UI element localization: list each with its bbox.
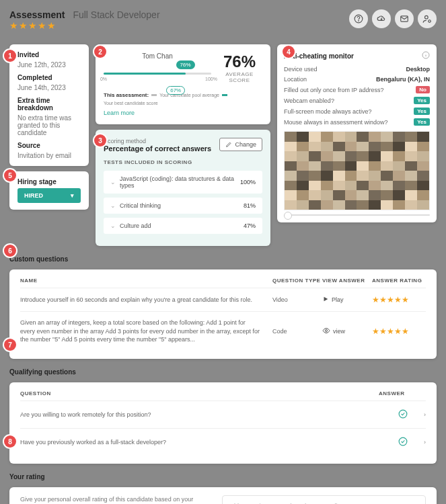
completed-value: June 14th, 2023: [17, 84, 81, 91]
extra-time-value: No extra time was granted to this candid…: [17, 114, 81, 136]
extra-time-label: Extra time breakdown: [17, 97, 81, 112]
average-score-value: 76%: [223, 52, 256, 71]
tests-heading: TESTS INCLUDED IN SCORING: [104, 159, 262, 165]
test-pct: 81%: [244, 202, 256, 209]
help-icon[interactable]: [349, 9, 368, 28]
callout-3: 3: [94, 134, 106, 146]
callout-4: 4: [283, 46, 295, 58]
page-title: Assessment Full Stack Developer: [9, 9, 160, 20]
custom-questions-heading: Custom questions: [9, 255, 437, 263]
test-name: JavaScript (coding): data structures & d…: [120, 175, 240, 189]
ac-label: Mouse always in assessment window?: [284, 119, 388, 126]
learn-more-link[interactable]: Learn more: [104, 110, 262, 116]
anti-cheat-card: Anti-cheating monitor Device usedDesktop…: [277, 44, 437, 222]
chevron-down-icon: ⌄: [110, 202, 116, 209]
ac-badge: No: [416, 86, 430, 93]
test-row[interactable]: ⌄JavaScript (coding): data structures & …: [104, 171, 262, 194]
answer-rating-stars[interactable]: ★★★★★: [372, 327, 426, 336]
anti-cheat-row: Full-screen mode always active?Yes: [284, 108, 430, 115]
pencil-icon: [225, 141, 232, 148]
qq-text: Have you previously worked as a full-sta…: [20, 439, 166, 446]
scoring-card: Scoring method Percentage of correct ans…: [96, 130, 270, 246]
check-icon: [398, 409, 408, 420]
legend-swatch-2: [222, 94, 227, 96]
candidate-meta-card: Invited June 12th, 2023 Completed June 1…: [9, 44, 89, 166]
assessment-label: Assessment: [9, 9, 65, 20]
ac-label: Device used: [284, 66, 318, 73]
completed-label: Completed: [17, 74, 81, 81]
hiring-stage-label: Hiring stage: [17, 178, 81, 185]
change-button[interactable]: Change: [219, 138, 262, 151]
play-icon: [322, 296, 329, 304]
rating-description: Give your personal overall rating of thi…: [20, 495, 209, 504]
col-type: QUESTION TYPE: [272, 278, 322, 284]
scoring-method-label: Scoring method: [104, 138, 211, 144]
snapshot-slider[interactable]: [284, 214, 430, 216]
view-label: Play: [332, 296, 344, 303]
pool-bubble: 67%: [166, 86, 185, 95]
legend-swatch-1: [151, 94, 157, 96]
info-icon[interactable]: [422, 51, 430, 60]
source-label: Source: [17, 142, 81, 149]
callout-1: 1: [4, 50, 16, 62]
ac-badge: Yes: [414, 108, 430, 115]
col-rating: ANSWER RATING: [372, 278, 426, 284]
ac-value: Desktop: [406, 66, 430, 73]
col-name: NAME: [20, 278, 272, 284]
notes-textarea[interactable]: Add your private notes here (auto-saved)…: [222, 495, 426, 504]
check-icon: [398, 437, 408, 448]
cq-text: Introduce yourself in 60 seconds and exp…: [20, 296, 272, 304]
view-answer-button[interactable]: view: [322, 327, 372, 336]
user-settings-icon[interactable]: [418, 9, 437, 28]
anti-cheat-row: Mouse always in assessment window?Yes: [284, 118, 430, 126]
answer-rating-stars[interactable]: ★★★★★: [372, 295, 426, 304]
callout-2: 2: [94, 46, 106, 58]
view-label: view: [333, 328, 345, 335]
chevron-right-icon[interactable]: ›: [424, 439, 426, 446]
mail-icon[interactable]: [395, 9, 414, 28]
source-value: Invitation by email: [17, 152, 81, 159]
your-rating-panel: Give your personal overall rating of thi…: [9, 487, 437, 504]
score-fill: [104, 73, 186, 75]
qq-text: Are you willing to work remotely for thi…: [20, 411, 151, 418]
hiring-stage-select[interactable]: HIRED ▾: [17, 188, 81, 203]
test-row[interactable]: ⌄Critical thinking81%: [104, 198, 262, 214]
view-answer-button[interactable]: Play: [322, 296, 372, 304]
tick-100: 100%: [205, 77, 217, 81]
cloud-download-icon[interactable]: [372, 9, 391, 28]
anti-cheat-row: Webcam enabled?Yes: [284, 97, 430, 104]
cq-type: Video: [272, 296, 322, 303]
candidate-name: Tom Chan: [104, 52, 211, 60]
col-question: QUESTION: [20, 390, 51, 396]
legend-2: Your best candidate score: [104, 101, 158, 106]
callout-6: 6: [4, 245, 16, 257]
svg-point-3: [425, 15, 429, 19]
test-pct: 100%: [240, 179, 256, 185]
anti-cheat-row: LocationBengaluru (KA), IN: [284, 76, 430, 83]
ac-badge: Yes: [414, 118, 430, 126]
your-rating-heading: Your rating: [9, 473, 437, 480]
scoring-method-value: Percentage of correct answers: [104, 144, 211, 153]
test-pct: 47%: [244, 222, 256, 229]
chevron-down-icon: ⌄: [110, 222, 116, 229]
webcam-snapshot: [284, 131, 430, 210]
chevron-down-icon: ⌄: [110, 179, 116, 185]
score-track: 76% 67% 0% 100%: [104, 73, 211, 75]
svg-point-6: [326, 329, 328, 331]
svg-point-7: [399, 410, 407, 418]
header-stars: ★★★★★: [9, 20, 160, 31]
test-name: Critical thinking: [120, 202, 161, 209]
anti-cheat-row: Filled out only once from IP address?No: [284, 86, 430, 93]
invited-label: Invited: [17, 51, 81, 58]
chevron-right-icon[interactable]: ›: [424, 411, 426, 418]
legend-title: This assessment:: [104, 92, 149, 98]
callout-8: 8: [4, 435, 16, 448]
test-row[interactable]: ⌄Culture add47%: [104, 218, 262, 234]
test-name: Culture add: [120, 222, 151, 229]
average-score-label: AVERAGE SCORE: [217, 71, 262, 83]
qualifying-question-row: Have you previously worked as a full-sta…: [20, 428, 426, 456]
role-name: Full Stack Developer: [73, 9, 159, 20]
svg-point-1: [359, 21, 359, 22]
change-label: Change: [235, 141, 256, 148]
cq-text: Given an array of integers, keep a total…: [20, 319, 272, 344]
